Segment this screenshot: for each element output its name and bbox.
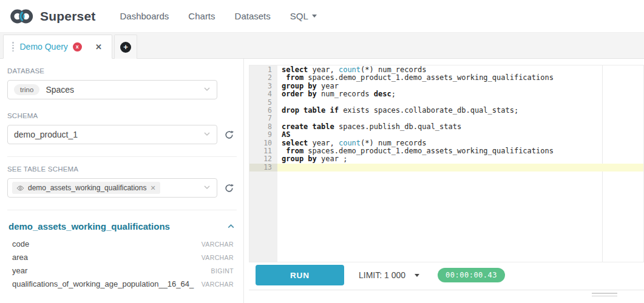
table-name-heading[interactable]: demo_assets_working_qualifications <box>8 221 170 231</box>
new-tab-button[interactable]: + <box>114 35 137 59</box>
column-type: VARCHAR <box>202 251 234 264</box>
column-row: codeVARCHAR <box>12 238 234 251</box>
line-number: 12 <box>249 155 277 163</box>
database-select-value: Spaces <box>46 85 74 95</box>
code-line[interactable]: from spaces.demo_product_1.demo_assets_w… <box>277 147 643 155</box>
nav-item-charts[interactable]: Charts <box>178 11 225 21</box>
code-line[interactable] <box>277 164 643 171</box>
code-line[interactable]: group by year <box>277 82 643 90</box>
query-status-icon[interactable]: x <box>73 42 82 52</box>
eye-icon <box>16 184 24 192</box>
column-name: area <box>12 251 28 264</box>
line-number: 5 <box>249 99 277 107</box>
superset-logo-icon <box>10 7 35 25</box>
collapse-table-icon[interactable] <box>227 222 235 230</box>
line-number: 6 <box>249 107 277 115</box>
code-line[interactable]: from spaces.demo_product_1.demo_assets_w… <box>277 74 643 82</box>
caret-down-icon <box>415 274 419 277</box>
line-number: 8 <box>249 123 277 131</box>
column-row: areaVARCHAR <box>12 251 234 264</box>
refresh-schemas-icon[interactable] <box>224 130 234 140</box>
schema-label: SCHEMA <box>7 112 236 119</box>
nav-item-sql[interactable]: SQL <box>280 11 327 21</box>
code-line[interactable]: select year, count(*) num_records <box>277 66 643 74</box>
code-line[interactable]: AS <box>277 131 643 139</box>
chevron-down-icon <box>203 182 211 193</box>
divider <box>7 156 237 157</box>
caret-down-icon <box>312 15 317 18</box>
database-label: DATABASE <box>7 67 236 75</box>
editor-gutter: 12345678910111213 <box>249 65 277 262</box>
line-number: 10 <box>249 139 277 147</box>
schema-select-value: demo_product_1 <box>14 130 78 139</box>
column-row: qualifications_of_working_age_population… <box>12 278 234 291</box>
line-number: 11 <box>249 147 277 155</box>
remove-table-icon[interactable]: ✕ <box>150 184 155 192</box>
line-number: 2 <box>249 74 277 82</box>
editor-code-area[interactable]: select year, count(*) num_records from s… <box>277 65 643 171</box>
tab-label[interactable]: Demo Query <box>20 42 68 52</box>
line-number: 9 <box>249 131 277 139</box>
selected-table-name: demo_assets_working_qualifications <box>28 184 146 192</box>
run-button[interactable]: RUN <box>256 265 344 285</box>
code-line[interactable] <box>277 99 643 107</box>
column-type: VARCHAR <box>202 278 234 291</box>
engine-badge: trino <box>14 84 39 95</box>
database-select[interactable]: trino Spaces <box>7 80 217 99</box>
limit-dropdown[interactable]: LIMIT: 1 000 <box>359 270 419 280</box>
query-tab-bar: Demo Query x ✕ + <box>0 33 644 59</box>
code-line[interactable]: order by num_records desc; <box>277 90 643 98</box>
schema-select[interactable]: demo_product_1 <box>7 125 217 144</box>
plus-icon: + <box>120 42 131 53</box>
column-name: qualifications_of_working_age_population… <box>12 278 194 291</box>
superset-logo[interactable]: Superset <box>10 7 95 25</box>
line-number: 4 <box>249 90 277 98</box>
table-columns-list: codeVARCHARareaVARCHARyearBIGINTqualific… <box>7 238 236 291</box>
line-number: 1 <box>249 66 277 74</box>
nav-item-datasets[interactable]: Datasets <box>225 11 280 21</box>
pane-resize-handle[interactable] <box>592 293 617 298</box>
table-select[interactable]: demo_assets_working_qualifications ✕ <box>7 178 217 198</box>
top-navbar: Superset DashboardsChartsDatasetsSQL <box>0 0 644 33</box>
code-line[interactable]: group by year ; <box>277 155 643 163</box>
tab-drag-handle-icon[interactable] <box>12 42 14 52</box>
column-row: yearBIGINT <box>12 264 234 278</box>
divider <box>7 210 237 210</box>
column-name: code <box>12 238 29 251</box>
limit-label: LIMIT: 1 000 <box>359 270 405 280</box>
brand-name: Superset <box>40 9 95 24</box>
line-number: 3 <box>249 82 277 90</box>
line-number: 7 <box>249 115 277 122</box>
code-line[interactable]: create table spaces.publish_db.qual_stat… <box>277 123 643 131</box>
sql-editor[interactable]: 12345678910111213 select year, count(*) … <box>249 65 644 262</box>
code-line[interactable] <box>277 115 643 122</box>
tab-close-icon[interactable]: ✕ <box>95 42 102 52</box>
nav-menu: DashboardsChartsDatasetsSQL <box>110 11 326 21</box>
query-timer-badge: 00:00:00.43 <box>438 268 505 282</box>
column-name: year <box>12 264 27 278</box>
editor-toolbar: RUN LIMIT: 1 000 00:00:00.43 <box>249 265 644 285</box>
column-type: BIGINT <box>211 264 234 278</box>
pane-divider <box>249 290 644 290</box>
sql-lab-left-panel: DATABASE trino Spaces SCHEMA demo_produc… <box>0 59 244 303</box>
chevron-down-icon <box>203 84 211 95</box>
selected-table-tag[interactable]: demo_assets_working_qualifications ✕ <box>12 182 160 194</box>
chevron-down-icon <box>203 129 211 140</box>
table-schema-label: SEE TABLE SCHEMA <box>7 165 236 173</box>
code-line[interactable]: drop table if exists spaces.collaborate_… <box>277 107 643 115</box>
code-line[interactable]: select year, count(*) num_records <box>277 139 643 147</box>
tab-demo-query[interactable]: Demo Query x ✕ <box>3 35 112 59</box>
nav-item-dashboards[interactable]: Dashboards <box>110 11 178 21</box>
line-number: 13 <box>249 164 277 171</box>
column-type: VARCHAR <box>202 238 234 251</box>
refresh-tables-icon[interactable] <box>224 183 234 193</box>
